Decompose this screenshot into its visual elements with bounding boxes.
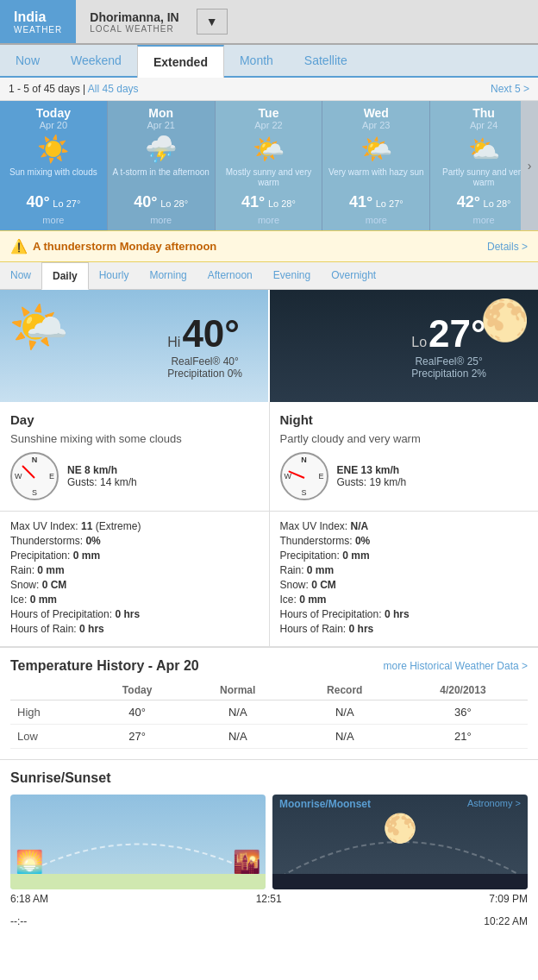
day-wind-speed: NE 8 km/h bbox=[67, 464, 137, 476]
date-0: Apr 20 bbox=[3, 120, 103, 130]
history-col-hist: 4/20/2013 bbox=[398, 681, 528, 700]
india-label: India bbox=[14, 9, 62, 25]
day-hours-rain: Hours of Rain: 0 hrs bbox=[10, 623, 259, 635]
forecast-day-wed[interactable]: Wed Apr 23 🌤️ Very warm with hazy sun 41… bbox=[322, 101, 430, 230]
night-detail-desc: Partly cloudy and very warm bbox=[280, 432, 529, 445]
tab-extended[interactable]: Extended bbox=[137, 45, 224, 78]
history-col-label bbox=[10, 681, 91, 700]
night-wind-speed: ENE 13 km/h bbox=[337, 464, 407, 476]
solar-noon: 12:51 bbox=[256, 893, 282, 905]
date-2: Apr 22 bbox=[219, 120, 319, 130]
day-precipitation: Precipitation: 0 mm bbox=[10, 550, 259, 562]
tab-weekend[interactable]: Weekend bbox=[55, 45, 137, 76]
sunrise-time: 6:18 AM bbox=[10, 893, 48, 905]
temps-0: 40° Lo 27° bbox=[3, 193, 103, 211]
forecast-day-tue[interactable]: Tue Apr 22 🌤️ Mostly sunny and very warm… bbox=[216, 101, 323, 230]
next-forecast-button[interactable]: › bbox=[521, 101, 538, 230]
day-name-0: Today bbox=[3, 106, 103, 120]
day-snow: Snow: 0 CM bbox=[10, 579, 259, 591]
india-weather-tab[interactable]: India WEATHER bbox=[0, 0, 76, 43]
day-compass-needle bbox=[22, 465, 35, 479]
day-name-2: Tue bbox=[219, 106, 319, 120]
day-wind-info: NE 8 km/h Gusts: 14 km/h bbox=[67, 464, 137, 488]
sub-tab-evening[interactable]: Evening bbox=[263, 262, 321, 289]
history-col-record: Record bbox=[291, 681, 398, 700]
sub-tab-overnight[interactable]: Overnight bbox=[321, 262, 386, 289]
location-dropdown-button[interactable]: ▼ bbox=[197, 9, 228, 35]
night-weather-panel: 🌕 Lo 27° RealFeel® 25° Precipitation 2% bbox=[268, 290, 538, 402]
sub-tab-afternoon[interactable]: Afternoon bbox=[197, 262, 263, 289]
next-days-link[interactable]: Next 5 > bbox=[491, 83, 529, 95]
alert-text: A thunderstorm Monday afternoon bbox=[33, 240, 216, 253]
forecast-day-today[interactable]: Today Apr 20 ☀️ Sun mixing with clouds 4… bbox=[0, 101, 108, 230]
days-range: 1 - 5 of 45 days bbox=[9, 83, 80, 95]
india-sub: WEATHER bbox=[14, 25, 62, 35]
day-weather-panel: 🌤️ Hi 40° RealFeel® 40° Precipitation 0% bbox=[0, 290, 268, 402]
day-detail-desc: Sunshine mixing with some clouds bbox=[10, 432, 259, 445]
night-wind-info: ENE 13 km/h Gusts: 19 km/h bbox=[337, 464, 407, 488]
sun-times: 6:18 AM 12:51 7:09 PM bbox=[10, 889, 528, 908]
day-precip: Precipitation 0% bbox=[167, 368, 242, 380]
icon-3: 🌤️ bbox=[326, 134, 426, 164]
date-3: Apr 23 bbox=[326, 120, 426, 130]
temps-2: 41° Lo 28° bbox=[219, 193, 319, 211]
night-thunderstorms: Thunderstorms: 0% bbox=[280, 535, 529, 547]
more-3[interactable]: more bbox=[326, 215, 426, 225]
moonrise-label: Moonrise/Moonset bbox=[279, 798, 371, 810]
icon-2: 🌤️ bbox=[219, 134, 319, 164]
night-compass: N S E W bbox=[280, 452, 328, 500]
high-normal: N/A bbox=[185, 700, 291, 725]
day-compass: N S E W bbox=[10, 452, 59, 500]
icon-4: ⛅ bbox=[434, 134, 534, 164]
high-today: 40° bbox=[91, 700, 185, 725]
night-hours-precip: Hours of Precipitation: 0 hrs bbox=[280, 608, 529, 620]
day-name-3: Wed bbox=[326, 106, 426, 120]
sun-panel: 🌅 🌇 bbox=[10, 795, 266, 889]
desc-1: A t-storm in the afternoon bbox=[111, 167, 211, 190]
sub-tab-now[interactable]: Now bbox=[0, 262, 41, 289]
sub-tab-daily[interactable]: Daily bbox=[41, 262, 89, 290]
day-detail: Day Sunshine mixing with some clouds N S… bbox=[0, 402, 270, 511]
tab-month[interactable]: Month bbox=[224, 45, 289, 76]
sun-ball-right: 🌇 bbox=[233, 849, 260, 876]
day-thunderstorms: Thunderstorms: 0% bbox=[10, 535, 259, 547]
tab-satellite[interactable]: Satellite bbox=[289, 45, 363, 76]
sun-moon-section: Sunrise/Sunset 🌅 🌇 Moonrise/Moonset Astr… bbox=[0, 760, 538, 941]
more-4[interactable]: more bbox=[434, 215, 534, 225]
desc-4: Partly sunny and very warm bbox=[434, 167, 534, 190]
night-stats: Max UV Index: N/A Thunderstorms: 0% Prec… bbox=[270, 512, 539, 646]
temps-4: 42° Lo 28° bbox=[434, 193, 534, 211]
lo-label: Lo bbox=[411, 335, 427, 350]
city-name: Dhorimanna, IN bbox=[90, 10, 178, 24]
day-detail-title: Day bbox=[10, 412, 259, 427]
sunrise-title: Sunrise/Sunset bbox=[10, 770, 528, 786]
astronomy-link[interactable]: Astronomy > bbox=[467, 798, 521, 808]
tab-now[interactable]: Now bbox=[0, 45, 55, 76]
day-name-4: Thu bbox=[434, 106, 534, 120]
more-2[interactable]: more bbox=[219, 215, 319, 225]
alert-bar: ⚠️ A thunderstorm Monday afternoon Detai… bbox=[0, 230, 538, 262]
night-uv: Max UV Index: N/A bbox=[280, 520, 529, 532]
temp-history-section: Temperature History - Apr 20 more Histor… bbox=[0, 648, 538, 760]
alert-details-link[interactable]: Details > bbox=[487, 241, 528, 253]
all-days-link[interactable]: All 45 days bbox=[88, 83, 139, 95]
moonrise-time: --:-- bbox=[10, 915, 27, 927]
night-detail: Night Partly cloudy and very warm N S E … bbox=[270, 402, 539, 511]
sub-tab-morning[interactable]: Morning bbox=[139, 262, 197, 289]
night-realfeel: RealFeel® 25° bbox=[411, 355, 486, 368]
forecast-row: Today Apr 20 ☀️ Sun mixing with clouds 4… bbox=[0, 101, 538, 230]
history-more-link[interactable]: more Historical Weather Data > bbox=[383, 660, 528, 672]
more-0[interactable]: more bbox=[3, 215, 103, 225]
sub-tab-hourly[interactable]: Hourly bbox=[89, 262, 140, 289]
forecast-day-mon[interactable]: Mon Apr 21 ⛈️ A t-storm in the afternoon… bbox=[108, 101, 216, 230]
alert-icon: ⚠️ bbox=[10, 238, 28, 254]
header: India WEATHER Dhorimanna, IN LOCAL WEATH… bbox=[0, 0, 538, 45]
nav-tabs: Now Weekend Extended Month Satellite bbox=[0, 45, 538, 78]
low-hist: 21° bbox=[398, 725, 528, 749]
more-1[interactable]: more bbox=[111, 215, 211, 225]
temps-3: 41° Lo 27° bbox=[326, 193, 426, 211]
moon-ball: 🌕 bbox=[383, 812, 417, 845]
date-1: Apr 21 bbox=[111, 120, 211, 130]
night-gusts: Gusts: 19 km/h bbox=[337, 476, 407, 488]
night-hours-rain: Hours of Rain: 0 hrs bbox=[280, 623, 529, 635]
